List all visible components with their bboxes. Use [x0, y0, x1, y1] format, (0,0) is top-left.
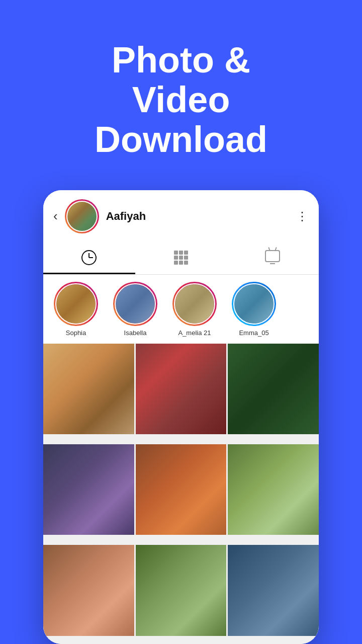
grid-dot	[184, 261, 188, 265]
story-avatar-inner-isabella	[115, 283, 156, 325]
story-label-emma: Emma_05	[239, 329, 268, 337]
grid-icon	[174, 251, 188, 265]
grid-dot	[184, 256, 188, 260]
profile-avatar-inner	[66, 201, 98, 232]
clock-tab-icon	[81, 250, 97, 266]
photo-cell-2[interactable]	[136, 344, 227, 435]
grid-tab-icon	[173, 250, 189, 266]
photo-grid	[43, 344, 319, 644]
grid-dot	[184, 251, 188, 255]
profile-name: Aafiyah	[106, 210, 296, 223]
story-avatar-bg-sophia	[56, 284, 96, 324]
grid-dot	[179, 256, 183, 260]
clock-icon	[81, 250, 97, 265]
photo-cell-3[interactable]	[228, 344, 319, 435]
photo-cell-7[interactable]	[43, 545, 134, 636]
profile-avatar-wrapper	[65, 199, 99, 233]
grid-dot	[174, 251, 178, 255]
photo-cell-9[interactable]	[228, 545, 319, 636]
story-item-emma[interactable]: Emma_05	[226, 282, 282, 337]
app-title: Photo & Video Download	[30, 20, 332, 175]
tv-antenna-left	[268, 247, 270, 251]
tv-tab-icon	[265, 250, 281, 266]
tab-bar	[43, 243, 319, 275]
tab-grid[interactable]	[135, 243, 227, 274]
story-avatar-inner-emma	[233, 283, 275, 325]
more-button[interactable]: ⋮	[296, 209, 309, 223]
story-label-amelia: A_melia 21	[178, 329, 211, 337]
grid-dot	[179, 261, 183, 265]
tab-recent[interactable]	[43, 243, 135, 274]
story-item-isabella[interactable]: Isabella	[108, 282, 163, 337]
story-avatar-bg-amelia	[175, 284, 214, 324]
app-header: Photo & Video Download	[0, 0, 362, 190]
story-label-sophia: Sophia	[66, 329, 86, 337]
grid-dot	[174, 261, 178, 265]
phone-mockup: ‹ Aafiyah ⋮	[43, 190, 319, 644]
story-avatar-amelia	[172, 282, 217, 326]
grid-dot	[179, 251, 183, 255]
story-avatar-isabella	[113, 282, 157, 326]
story-avatar-emma	[232, 282, 276, 326]
story-avatar-sophia	[54, 282, 98, 326]
photo-cell-6[interactable]	[228, 444, 319, 535]
stories-row: Sophia Isabella A_melia 21	[43, 275, 319, 344]
back-button[interactable]: ‹	[53, 208, 58, 224]
photo-cell-8[interactable]	[136, 545, 227, 636]
grid-dot	[174, 256, 178, 260]
profile-header: ‹ Aafiyah ⋮	[43, 190, 319, 243]
profile-avatar-image	[67, 202, 97, 231]
story-item-amelia[interactable]: A_melia 21	[167, 282, 222, 337]
tab-tv[interactable]	[227, 243, 319, 274]
tv-antenna	[266, 247, 279, 251]
tv-icon	[265, 250, 280, 262]
story-item-sophia[interactable]: Sophia	[48, 282, 104, 337]
story-avatar-inner-sophia	[55, 283, 97, 325]
photo-cell-4[interactable]	[43, 444, 134, 535]
story-label-isabella: Isabella	[124, 329, 147, 337]
photo-cell-1[interactable]	[43, 344, 134, 435]
photo-cell-5[interactable]	[136, 444, 227, 535]
story-avatar-bg-emma	[234, 284, 274, 324]
story-avatar-inner-amelia	[174, 283, 215, 325]
story-avatar-bg-isabella	[116, 284, 155, 324]
tv-icon-container	[265, 250, 281, 265]
tv-antenna-right	[275, 247, 277, 251]
